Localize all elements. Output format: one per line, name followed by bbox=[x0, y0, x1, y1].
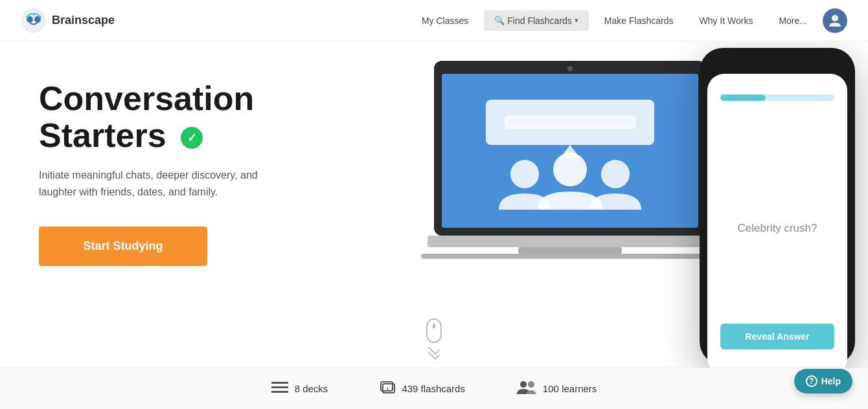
avatar-icon bbox=[827, 13, 843, 28]
svg-point-4 bbox=[32, 13, 35, 16]
svg-point-0 bbox=[22, 9, 45, 32]
brand-logo[interactable]: Brainscape bbox=[21, 8, 115, 34]
svg-rect-11 bbox=[505, 116, 635, 128]
stat-learners: 100 learners bbox=[517, 380, 597, 398]
svg-rect-16 bbox=[428, 236, 713, 247]
laptop-illustration bbox=[421, 54, 719, 277]
logo-icon bbox=[21, 8, 47, 34]
chevron-down-icon: ▾ bbox=[575, 16, 578, 25]
svg-point-14 bbox=[553, 153, 587, 186]
phone-illustration: Celebrity crush? Reveal Answer bbox=[700, 48, 855, 365]
svg-point-15 bbox=[601, 160, 630, 188]
hero-content: Conversation Starters Initiate meaningfu… bbox=[0, 41, 311, 409]
phone-question-text: Celebrity crush? bbox=[738, 144, 817, 313]
help-button[interactable]: ? Help bbox=[794, 369, 852, 393]
nav-why-it-works[interactable]: Why It Works bbox=[689, 10, 763, 31]
phone-progress-bar bbox=[720, 94, 766, 101]
phone-notch bbox=[751, 56, 803, 69]
learners-icon bbox=[517, 380, 536, 398]
svg-point-6 bbox=[832, 15, 838, 21]
scroll-mouse-icon bbox=[426, 318, 442, 343]
hero-visual: Celebrity crush? Reveal Answer bbox=[402, 41, 868, 409]
stat-flashcards-value: 439 flashcards bbox=[402, 383, 465, 394]
hero-description: Initiate meaningful chats, deeper discov… bbox=[39, 167, 272, 200]
svg-text:1: 1 bbox=[386, 386, 389, 392]
nav-more[interactable]: More... bbox=[768, 10, 817, 31]
stat-flashcards: 1 439 flashcards bbox=[380, 379, 465, 399]
hero-title: Conversation Starters bbox=[39, 80, 272, 154]
navbar: Brainscape My Classes 🔍 Find Flashcards … bbox=[0, 0, 868, 41]
nav-make-flashcards[interactable]: Make Flashcards bbox=[594, 10, 684, 31]
svg-rect-18 bbox=[421, 254, 719, 259]
hero-section: Conversation Starters Initiate meaningfu… bbox=[0, 41, 868, 409]
brand-name: Brainscape bbox=[52, 14, 115, 27]
svg-rect-17 bbox=[518, 247, 622, 254]
nav-my-classes[interactable]: My Classes bbox=[411, 10, 479, 31]
nav-links: My Classes 🔍 Find Flashcards ▾ Make Flas… bbox=[411, 8, 847, 33]
svg-point-13 bbox=[510, 160, 539, 188]
scroll-chevrons bbox=[429, 348, 439, 357]
svg-point-26 bbox=[528, 381, 534, 388]
nav-find-flashcards[interactable]: 🔍 Find Flashcards ▾ bbox=[484, 10, 589, 31]
scroll-indicator bbox=[426, 318, 442, 357]
laptop-svg bbox=[421, 54, 719, 274]
svg-point-5 bbox=[39, 16, 41, 18]
phone-screen: Celebrity crush? Reveal Answer bbox=[707, 74, 847, 375]
reveal-answer-button[interactable]: Reveal Answer bbox=[720, 324, 834, 349]
phone-progress-bar-container bbox=[720, 94, 834, 101]
user-avatar[interactable] bbox=[823, 8, 847, 33]
search-icon: 🔍 bbox=[494, 16, 505, 25]
svg-point-25 bbox=[520, 381, 527, 388]
stat-learners-value: 100 learners bbox=[543, 383, 597, 394]
start-studying-button[interactable]: Start Studying bbox=[39, 227, 207, 266]
verified-check-icon bbox=[181, 127, 203, 149]
svg-point-3 bbox=[26, 16, 29, 18]
help-circle-icon: ? bbox=[806, 375, 817, 387]
svg-point-8 bbox=[567, 66, 573, 71]
flashcards-icon: 1 bbox=[380, 379, 395, 399]
